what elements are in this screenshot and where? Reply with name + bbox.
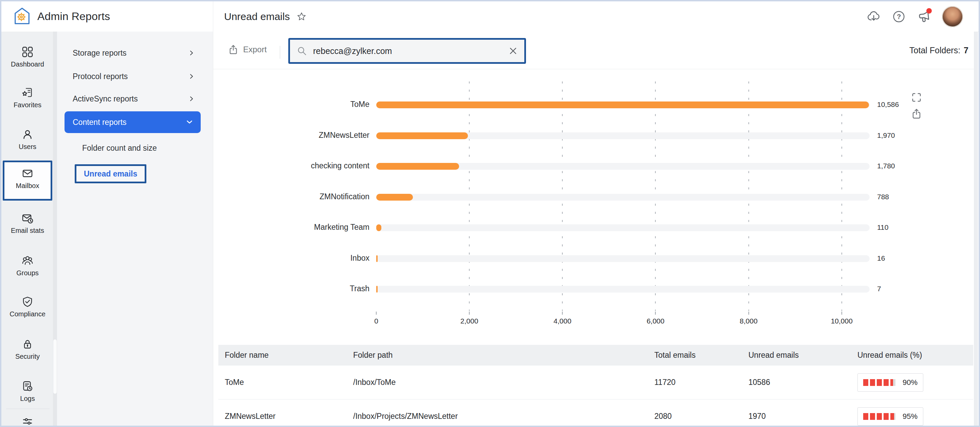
page-scrollbar[interactable]: [974, 32, 978, 425]
export-button[interactable]: Export: [228, 44, 267, 55]
cell-folder-path: /Inbox/ToMe: [353, 365, 396, 399]
nav-item-folder-count-and-size[interactable]: Folder count and size: [82, 140, 157, 156]
email-stats-icon: [22, 213, 33, 224]
fullscreen-icon[interactable]: [911, 92, 922, 103]
primary-sidebar: DashboardFavoritesUsersMailboxEmail stat…: [2, 32, 57, 425]
home-gear-logo-icon: [13, 7, 31, 27]
percent-label: 95%: [902, 412, 918, 421]
sidebar-scrollbar-thumb[interactable]: [53, 340, 57, 394]
report-toolbar: Export Total Folders: 7: [213, 32, 974, 69]
share-icon[interactable]: [911, 108, 922, 119]
column-header: Total emails: [654, 345, 695, 365]
star-icon[interactable]: [296, 11, 307, 22]
bar-value-label: 1,780: [877, 162, 895, 170]
cell-folder-name: ZMNewsLetter: [225, 400, 276, 425]
bar-track: [376, 224, 870, 231]
sidebar-item-label: Security: [15, 353, 40, 360]
security-icon: [22, 338, 33, 350]
bar: [376, 194, 413, 201]
search-box[interactable]: [288, 38, 526, 64]
unread-percent-badge: 95%: [858, 407, 923, 425]
bar: [376, 132, 468, 139]
cell-unread-emails: 10586: [748, 365, 770, 399]
sidebar-item-label: Logs: [20, 395, 35, 403]
cell-total-emails: 11720: [654, 365, 675, 399]
sidebar-item-label: Favorites: [14, 101, 41, 109]
bar-track: [376, 102, 870, 108]
page-title: Unread emails: [224, 11, 290, 22]
svg-text:?: ?: [897, 13, 901, 20]
axis-tick: [469, 311, 469, 315]
x-axis-label: 8,000: [725, 317, 773, 325]
table-row[interactable]: ToMe/Inbox/ToMe117201058690%: [218, 365, 973, 400]
bar-category-label: ZMNewsLetter: [213, 131, 369, 140]
download-icon[interactable]: [867, 10, 881, 24]
cell-folder-path: /Inbox/Projects/ZMNewsLetter: [353, 400, 458, 425]
sidebar-item-logs[interactable]: Logs: [2, 377, 53, 411]
sidebar-item-groups[interactable]: Groups: [2, 251, 53, 286]
cell-total-emails: 2080: [654, 400, 672, 425]
column-header: Folder name: [225, 345, 269, 365]
percent-segment: [890, 379, 896, 386]
nav-item-storage-reports[interactable]: Storage reports: [65, 45, 201, 61]
help-icon[interactable]: ?: [892, 10, 906, 24]
nav-item-protocol-reports[interactable]: Protocol reports: [65, 68, 201, 84]
top-bar: Admin Reports Unread emails ?: [2, 2, 978, 32]
avatar[interactable]: [942, 6, 963, 27]
bar: [376, 102, 869, 108]
table-row[interactable]: ZMNewsLetter/Inbox/Projects/ZMNewsLetter…: [218, 400, 973, 425]
unread-percent-badge: 90%: [858, 373, 923, 392]
percent-segment: [870, 413, 875, 420]
bar-track: [376, 286, 870, 292]
bar: [376, 163, 459, 170]
announcements-icon[interactable]: [917, 10, 931, 24]
bar-category-label: ZMNotification: [213, 192, 369, 201]
percent-segment: [863, 379, 868, 386]
cell-unread-percent: 90%: [858, 365, 923, 399]
axis-tick: [562, 311, 563, 315]
column-header: Folder path: [353, 345, 393, 365]
sidebar-item-mailbox[interactable]: Mailbox: [3, 160, 52, 201]
nav-item-content-reports[interactable]: Content reports: [65, 111, 201, 133]
axis-tick: [842, 311, 842, 315]
sidebar-item-label: Dashboard: [11, 60, 44, 68]
nav-item-unread-emails[interactable]: Unread emails: [75, 164, 146, 183]
dashboard-grid-icon: [22, 46, 33, 58]
bar-track: [376, 163, 870, 170]
bar-track: [376, 194, 870, 201]
x-axis-label: 10,000: [818, 317, 865, 325]
table-header: Folder nameFolder pathTotal emailsUnread…: [218, 345, 973, 365]
chevron-right-icon: [189, 73, 194, 80]
sidebar-item-email-stats[interactable]: Email stats: [2, 209, 53, 243]
sidebar-item-favorites[interactable]: Favorites: [2, 84, 53, 117]
page-header: Unread emails: [213, 11, 307, 22]
percent-segment: [877, 379, 882, 386]
sidebar-item-users[interactable]: Users: [2, 125, 53, 159]
x-axis-label: 2,000: [445, 317, 493, 325]
sidebar-item-dashboard[interactable]: Dashboard: [2, 43, 53, 77]
notification-badge: [926, 8, 932, 14]
axis-tick: [655, 311, 656, 315]
chevron-down-icon: [186, 120, 192, 125]
clear-search-icon[interactable]: [509, 46, 517, 56]
sidebar-item-compliance[interactable]: Compliance: [2, 292, 53, 327]
sidebar-divider: [6, 409, 49, 409]
cell-folder-name: ToMe: [225, 365, 244, 399]
axis-tick: [376, 311, 377, 315]
bar: [376, 224, 381, 231]
search-input[interactable]: [312, 46, 503, 56]
nav-item-activesync-reports[interactable]: ActiveSync reports: [65, 90, 201, 107]
percent-segment: [863, 413, 868, 420]
secondary-sidebar: Storage reports Protocol reports ActiveS…: [57, 32, 213, 425]
percent-segment: [870, 379, 875, 386]
sidebar-item-settings[interactable]: [2, 413, 53, 425]
export-icon: [228, 44, 239, 55]
sidebar-item-security[interactable]: Security: [2, 335, 53, 369]
sidebar-item-label: Users: [19, 143, 37, 151]
percent-segment: [884, 379, 889, 386]
bar-category-label: Trash: [213, 284, 369, 293]
column-header: Unread emails (%): [858, 345, 922, 365]
bar-value-label: 1,970: [877, 131, 895, 140]
favorites-icon: [22, 87, 33, 98]
axis-tick: [748, 311, 749, 315]
